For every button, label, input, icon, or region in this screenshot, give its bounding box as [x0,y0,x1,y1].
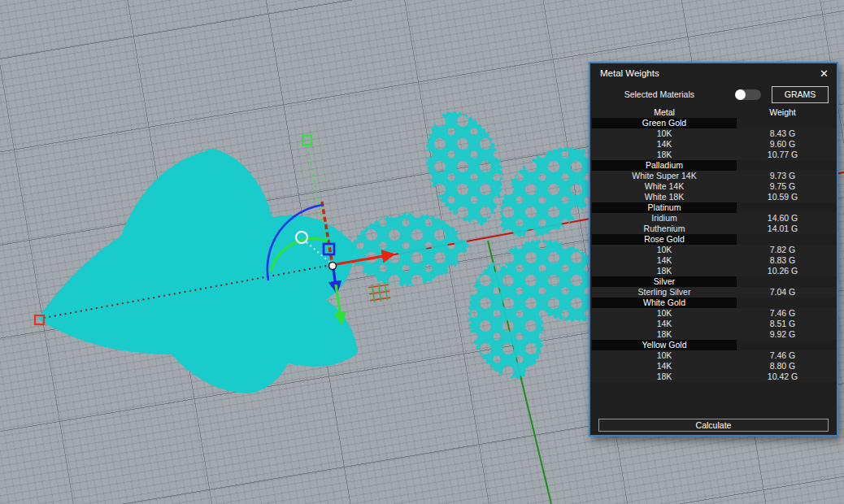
metal-cell: 14K [592,361,737,371]
weight-cell: 7.46 G [737,308,829,319]
metal-cell: 10K [592,128,737,139]
metal-row: 10K7.82 G [590,245,837,255]
origin-point-icon[interactable] [329,263,337,270]
metal-group-row: Platinum [590,202,837,213]
column-header-metal: Metal [592,107,737,118]
metal-weights-table: Green Gold10K8.43 G14K9.60 G18K10.77 GPa… [590,118,837,382]
metal-row: 10K8.43 G [590,128,837,139]
metal-cell: 18K [592,266,737,276]
metal-row: 14K8.80 G [590,361,837,371]
metal-cell: 18K [592,150,737,160]
weight-cell: 10.42 G [737,371,829,382]
metal-cell: Yellow Gold [592,340,737,350]
metal-group-row: Yellow Gold [590,340,837,350]
solid-starfish-model[interactable] [42,152,355,390]
selected-materials-label: Selected Materials [624,89,694,99]
weight-cell: 8.51 G [737,319,829,329]
metal-weights-panel: Metal Weights ✕ Selected Materials GRAMS… [589,62,838,437]
metal-cell: 10K [592,308,737,319]
metal-row: 18K10.77 G [590,150,837,160]
metal-row: 14K8.83 G [590,255,837,266]
metal-group-row: Rose Gold [590,234,837,245]
unit-button[interactable]: GRAMS [772,86,829,103]
weight-cell: 8.80 G [737,361,829,371]
metal-cell: Platinum [592,202,737,213]
metal-cell: White Gold [592,298,737,308]
weight-cell: 10.59 G [737,192,829,202]
metal-cell: 14K [592,139,737,150]
target-square-green-icon[interactable] [302,136,311,145]
metal-row: 14K8.51 G [590,319,837,329]
metal-row: 18K9.92 G [590,329,837,340]
weight-cell: 10.26 G [737,266,829,276]
metal-cell: White Super 14K [592,171,737,181]
metal-row: White 14K9.75 G [590,181,837,192]
metal-cell: Iridium [592,213,737,224]
metal-row: Iridium14.60 G [590,213,837,224]
metal-cell: 14K [592,319,737,329]
selected-materials-toggle[interactable] [735,89,761,100]
metal-row: 10K7.46 G [590,308,837,319]
hatch-marker-icon [368,282,391,302]
metal-group-row: Silver [590,276,837,287]
metal-cell: White 18K [592,192,737,202]
toggle-knob [735,89,746,100]
metal-row: 14K9.60 G [590,139,837,150]
metal-row: Ruthenium14.01 G [590,224,837,234]
panel-title: Metal Weights [600,68,659,78]
weight-cell: 10.77 G [737,150,829,160]
weight-cell: 9.73 G [737,171,829,181]
metal-row: 10K7.46 G [590,350,837,361]
weight-cell: 9.75 G [737,181,829,192]
weight-cell: 8.43 G [737,128,829,139]
metal-group-row: White Gold [590,298,837,308]
metal-row: White 18K10.59 G [590,192,837,202]
calculate-button[interactable]: Calculate [598,419,829,432]
metal-cell: 18K [592,371,737,382]
metal-cell: 10K [592,245,737,255]
weight-cell: 7.46 G [737,350,829,361]
metal-row: 18K10.26 G [590,266,837,276]
metal-row: White Super 14K9.73 G [590,171,837,181]
weight-cell: 7.82 G [737,245,829,255]
metal-cell: White 14K [592,181,737,192]
metal-group-row: Green Gold [590,118,837,128]
table-header-row: Metal Weight [590,107,837,118]
metal-row: 18K10.42 G [590,371,837,382]
metal-cell: Green Gold [592,118,737,128]
perforated-starfish-model[interactable] [349,103,625,385]
metal-cell: 18K [592,329,737,340]
weight-cell: 9.92 G [737,329,829,340]
weight-cell: 7.04 G [737,287,829,298]
metal-cell: Silver [592,276,737,287]
application-window: Metal Weights ✕ Selected Materials GRAMS… [0,0,844,504]
metal-cell: Palladium [592,160,737,171]
metal-cell: 10K [592,350,737,361]
metal-cell: Ruthenium [592,224,737,234]
metal-group-row: Palladium [590,160,837,171]
weight-cell: 9.60 G [737,139,829,150]
column-header-weight: Weight [737,107,829,118]
metal-cell: Sterling Silver [592,287,737,298]
metal-row: Sterling Silver7.04 G [590,287,837,298]
metal-cell: 14K [592,255,737,266]
weight-cell: 14.60 G [737,213,829,224]
metal-cell: Rose Gold [592,234,737,245]
weight-cell: 8.83 G [737,255,829,266]
close-icon[interactable]: ✕ [820,68,829,79]
weight-cell: 14.01 G [737,224,829,234]
